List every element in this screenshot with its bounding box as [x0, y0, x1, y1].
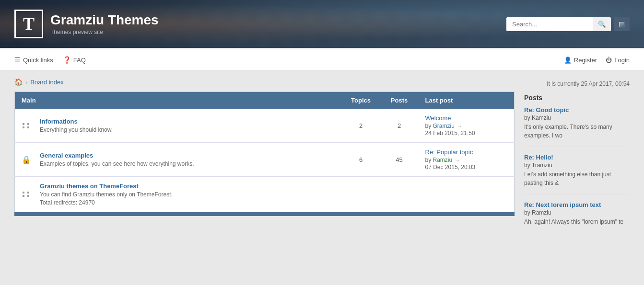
forum-name-link[interactable]: General examples — [40, 152, 93, 159]
login-button[interactable]: ⏻ Login — [606, 57, 630, 64]
forum-name-link[interactable]: Informations — [40, 118, 78, 125]
sidebar-post-by: by Ramziu — [524, 209, 630, 216]
search-box: 🔍 — [506, 17, 611, 31]
sidebar-post-title-link[interactable]: Re: Hello! — [524, 154, 630, 161]
posts-header: Posts — [380, 92, 419, 109]
forum-row-icon — [15, 177, 35, 212]
site-header: T Gramziu Themes Themes preview site 🔍 ▤ — [0, 0, 644, 48]
sidebar-post-excerpt: It's only example. There's so many examp… — [524, 123, 630, 140]
sidebar: It is currently 25 Apr 2017, 00:54 Posts… — [524, 78, 630, 239]
breadcrumb-separator: › — [25, 79, 27, 86]
forum-last-post: Welcome by Gramziu → 24 Feb 2015, 21:50 — [419, 109, 515, 143]
sidebar-post-item: Re: Next lorem ipsum text by Ramziu Ah, … — [524, 201, 630, 233]
forum-posts-count: 2 — [380, 109, 419, 143]
register-button[interactable]: 👤 Register — [564, 57, 597, 64]
last-post-header: Last post — [419, 92, 515, 109]
forum-description: Examples of topics, you can see here how… — [40, 160, 337, 167]
last-post-title[interactable]: Welcome — [425, 114, 508, 122]
sidebar-post-title-link[interactable]: Re: Next lorem ipsum text — [524, 201, 630, 208]
register-icon: 👤 — [564, 57, 572, 64]
menu-icon: ☰ — [14, 56, 21, 64]
forum-description: You can find Gramziu themes only on Them… — [40, 191, 337, 198]
table-row: 🔒General examplesExamples of topics, you… — [15, 143, 515, 177]
forum-name-link[interactable]: Gramziu themes on ThemeForest — [40, 182, 139, 190]
site-title: Gramziu Themes — [50, 12, 159, 28]
forum-table: Main Topics Posts Last post Informations… — [14, 91, 515, 212]
sidebar-timestamp: It is currently 25 Apr 2017, 00:54 — [524, 78, 630, 87]
navbar: ☰ Quick links ❓ FAQ 👤 Register ⏻ Login — [0, 48, 644, 71]
last-post-date: 24 Feb 2015, 21:50 — [425, 130, 508, 137]
header-search: 🔍 ▤ — [506, 17, 630, 31]
sidebar-post-by: by Tramziu — [524, 162, 630, 169]
table-row: InformationsEverything you should know.2… — [15, 109, 515, 143]
forum-topics-count: 6 — [342, 143, 380, 177]
forum-row-icon — [15, 109, 35, 143]
last-post-by: by Ramziu → — [425, 157, 508, 163]
quick-links-button[interactable]: ☰ Quick links — [14, 49, 53, 70]
forum-row-info: InformationsEverything you should know. — [35, 109, 342, 143]
forum-header-row: Main Topics Posts Last post — [15, 92, 515, 109]
topics-header: Topics — [342, 92, 380, 109]
site-title-group: Gramziu Themes Themes preview site — [50, 12, 159, 35]
search-button[interactable]: 🔍 — [593, 17, 611, 31]
forum-last-post: Re: Popular topic by Ramziu → 07 Dec 201… — [419, 143, 515, 177]
nav-left: ☰ Quick links ❓ FAQ — [14, 49, 86, 70]
forum-row-info: Gramziu themes on ThemeForestYou can fin… — [35, 177, 342, 212]
forum-redirects: Total redirects: 24970 — [40, 199, 337, 206]
forum-row-icon: 🔒 — [15, 143, 35, 177]
last-post-author-link[interactable]: Gramziu — [433, 123, 455, 129]
content-area: 🏠 › Board index Main Topics Posts Last p… — [14, 78, 515, 239]
search-input[interactable] — [506, 17, 593, 31]
main-wrapper: 🏠 › Board index Main Topics Posts Last p… — [0, 71, 644, 247]
home-icon[interactable]: 🏠 — [14, 78, 23, 86]
header-left: T Gramziu Themes Themes preview site — [14, 10, 159, 38]
breadcrumb: 🏠 › Board index — [14, 78, 515, 86]
sidebar-post-by: by Kamziu — [524, 114, 630, 121]
site-logo: T — [14, 10, 43, 38]
forum-topics-count — [342, 177, 380, 212]
sidebar-posts-title: Posts — [524, 94, 630, 102]
sidebar-posts-list: Re: Good topic by Kamziu It's only examp… — [524, 106, 630, 233]
forum-posts-count: 45 — [380, 143, 419, 177]
sidebar-post-item: Re: Hello! by Tramziu Let's add somethin… — [524, 154, 630, 194]
forum-row-info: General examplesExamples of topics, you … — [35, 143, 342, 177]
forum-posts-count — [380, 177, 419, 212]
nav-right: 👤 Register ⏻ Login — [564, 57, 630, 64]
forum-last-post — [419, 177, 515, 212]
table-row: Gramziu themes on ThemeForestYou can fin… — [15, 177, 515, 212]
last-post-by: by Gramziu → — [425, 123, 508, 129]
board-index-link[interactable]: Board index — [30, 79, 63, 86]
site-subtitle: Themes preview site — [50, 29, 159, 35]
sidebar-post-title-link[interactable]: Re: Good topic — [524, 106, 630, 114]
last-post-arrow: → — [457, 123, 462, 129]
last-post-date: 07 Dec 2015, 20:03 — [425, 164, 508, 171]
last-post-author-link[interactable]: Ramziu — [433, 157, 453, 163]
last-post-title[interactable]: Re: Popular topic — [425, 148, 508, 156]
sidebar-post-item: Re: Good topic by Kamziu It's only examp… — [524, 106, 630, 147]
forum-description: Everything you should know. — [40, 126, 337, 133]
forum-footer-bar — [14, 212, 515, 216]
main-header: Main — [15, 92, 342, 109]
sidebar-post-excerpt: Ah, again! Always this "lorem ipsum" te — [524, 217, 630, 226]
sidebar-post-excerpt: Let's add something else than just pasti… — [524, 170, 630, 187]
forum-topics-count: 2 — [342, 109, 380, 143]
faq-icon: ❓ — [63, 56, 71, 64]
power-icon: ⏻ — [606, 57, 612, 64]
header-avatar-button[interactable]: ▤ — [614, 17, 630, 31]
faq-button[interactable]: ❓ FAQ — [63, 49, 86, 70]
last-post-arrow: → — [455, 157, 460, 163]
